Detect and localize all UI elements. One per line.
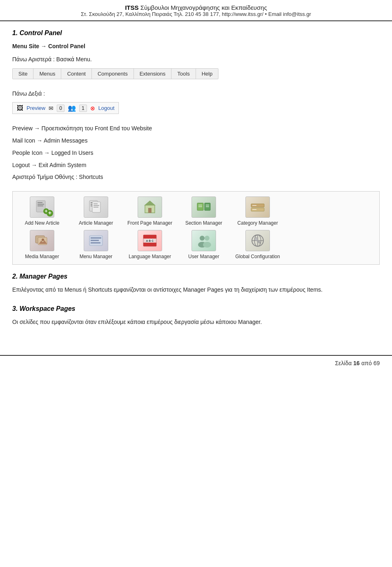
section-manager-icon — [192, 196, 216, 218]
shortcuts-grid: + Add New Article — [12, 191, 380, 265]
section2-text: Επιλέγοντας από τα Menus ή Shortcuts εμφ… — [12, 285, 380, 294]
svg-rect-1 — [38, 202, 42, 203]
arrow1: → — [41, 43, 48, 49]
header-subtitle: Στ. Σκουλούδη 27, Καλλίπολη Πειραιάς Τηλ… — [8, 11, 384, 17]
desc-preview: Preview → Προεπισκόπηση του Front End το… — [12, 124, 380, 134]
shortcut-article-manager[interactable]: Article Manager — [71, 196, 120, 226]
preview-link[interactable]: Preview — [27, 105, 45, 111]
logout-icon: ⊗ — [90, 105, 95, 112]
shortcut-add-new-article[interactable]: + Add New Article — [18, 196, 67, 226]
footer-page: 16 — [353, 360, 360, 366]
footer-total: 69 — [373, 360, 380, 366]
global-configuration-label: Global Configuration — [235, 254, 280, 259]
menu-item-tools[interactable]: Tools — [172, 69, 196, 79]
desc-logout: Logout → Exit Admin System — [12, 161, 380, 170]
upper-right-label: Πάνω Δεξιά : — [12, 89, 380, 98]
menu-item-help[interactable]: Help — [196, 69, 218, 79]
menu-bar: Site Menus Content Components Extensions… — [12, 68, 218, 79]
people-icon: 👥 — [68, 104, 76, 112]
user-manager-icon — [192, 230, 216, 251]
svg-point-40 — [200, 236, 205, 241]
svg-rect-26 — [252, 209, 256, 210]
svg-rect-19 — [198, 205, 202, 205]
svg-rect-33 — [91, 240, 99, 241]
front-page-manager-label: Front Page Manager — [127, 220, 172, 226]
user-manager-label: User Manager — [188, 254, 219, 259]
footer: Σελίδα 16 από 69 — [0, 355, 392, 371]
article-manager-icon — [84, 196, 108, 218]
shortcut-user-manager[interactable]: User Manager — [179, 230, 228, 259]
mail-icon: ✉ — [49, 105, 53, 112]
category-manager-label: Category Manager — [237, 220, 278, 226]
badge-1: 1 — [79, 105, 87, 112]
menu-manager-label: Menu Manager — [80, 254, 113, 259]
menu-item-content[interactable]: Content — [61, 69, 92, 79]
shortcut-front-page-manager[interactable]: Front Page Manager — [125, 196, 174, 226]
shortcuts-row-1: + Add New Article — [18, 196, 374, 226]
badge-0: 0 — [57, 105, 65, 112]
svg-point-42 — [205, 236, 209, 241]
svg-rect-20 — [198, 206, 202, 207]
menu-item-components[interactable]: Components — [92, 69, 134, 79]
menu-manager-icon — [84, 230, 108, 251]
shortcuts-row-2: Media Manager Menu Manager — [18, 230, 374, 259]
add-new-article-label: Add New Article — [25, 220, 60, 226]
header-title: ITSS Σύμβουλοι Μηχανογράφησης και Εκπαίδ… — [8, 4, 384, 11]
section2-heading: 2. Manager Pages — [12, 273, 380, 280]
language-manager-icon: A B C — [138, 230, 162, 251]
preview-icon: 🖼 — [17, 105, 23, 112]
company-rest-text: Σύμβουλοι Μηχανογράφησης και Εκπαίδευσης — [138, 4, 267, 11]
global-configuration-icon — [245, 230, 270, 251]
desc-mail: Mail Icon → Admin Messages — [12, 136, 380, 146]
footer-prefix: Σελίδα — [335, 360, 352, 366]
svg-rect-36 — [143, 235, 156, 239]
shortcut-global-configuration[interactable]: Global Configuration — [233, 230, 282, 259]
svg-text:A B C: A B C — [146, 239, 154, 242]
section3-text: Οι σελίδες που εμφανίζονται όταν επιλέξο… — [12, 317, 380, 326]
logout-link[interactable]: Logout — [98, 105, 115, 111]
address-text: Στ. Σκουλούδη 27, Καλλίπολη Πειραιάς Τηλ… — [81, 11, 311, 17]
shortcut-media-manager[interactable]: Media Manager — [18, 230, 67, 259]
svg-rect-37 — [143, 243, 156, 246]
header: ITSS Σύμβουλοι Μηχανογράφησης και Εκπαίδ… — [0, 0, 392, 21]
menu-item-site[interactable]: Site — [13, 69, 33, 79]
main-content: 1. Control Panel Menu Site → Control Pan… — [0, 21, 392, 339]
svg-rect-21 — [206, 205, 209, 205]
section3-heading: 3. Workspace Pages — [12, 305, 380, 313]
svg-point-29 — [42, 239, 44, 241]
media-manager-label: Media Manager — [25, 254, 59, 259]
shortcut-menu-manager[interactable]: Menu Manager — [71, 230, 120, 259]
svg-rect-2 — [38, 204, 44, 205]
front-page-manager-icon — [138, 196, 162, 218]
menu-item-menus[interactable]: Menus — [33, 69, 61, 79]
svg-rect-12 — [94, 205, 99, 206]
menu-site-label: Menu Site — [12, 43, 39, 49]
svg-marker-16 — [144, 201, 156, 205]
svg-rect-34 — [91, 242, 100, 243]
menu-item-extensions[interactable]: Extensions — [134, 69, 172, 79]
svg-rect-25 — [252, 205, 256, 206]
svg-rect-32 — [91, 237, 101, 239]
article-manager-label: Article Manager — [79, 220, 113, 226]
section-manager-label: Section Manager — [185, 220, 223, 226]
desc-people: People Icon → Logged In Users — [12, 148, 380, 158]
company-name-itss-black: ITSS — [125, 4, 138, 11]
shortcut-language-manager[interactable]: A B C Language Manager — [125, 230, 174, 259]
category-manager-icon — [245, 196, 270, 218]
section1-heading: 1. Control Panel — [12, 29, 380, 37]
footer-text: Σελίδα 16 από 69 — [335, 360, 380, 366]
control-panel-label: Control Panel — [48, 43, 85, 49]
svg-text:+: + — [45, 208, 47, 214]
menu-site-intro: Menu Site → Control Panel — [12, 42, 380, 51]
svg-rect-22 — [206, 206, 209, 207]
media-manager-icon — [30, 230, 54, 251]
top-right-bar: 🖼 Preview ✉ 0 👥 1 ⊗ Logout — [12, 102, 119, 114]
footer-separator: από — [361, 360, 372, 366]
language-manager-label: Language Manager — [129, 254, 171, 259]
shortcut-category-manager[interactable]: Category Manager — [233, 196, 282, 226]
svg-point-43 — [203, 242, 211, 248]
shortcut-section-manager[interactable]: Section Manager — [179, 196, 228, 226]
add-new-article-icon: + — [30, 196, 54, 218]
svg-rect-11 — [94, 203, 98, 204]
desc-shortcuts: Αριστερό Τμήμα Οθόνης : Shortcuts — [12, 172, 380, 182]
